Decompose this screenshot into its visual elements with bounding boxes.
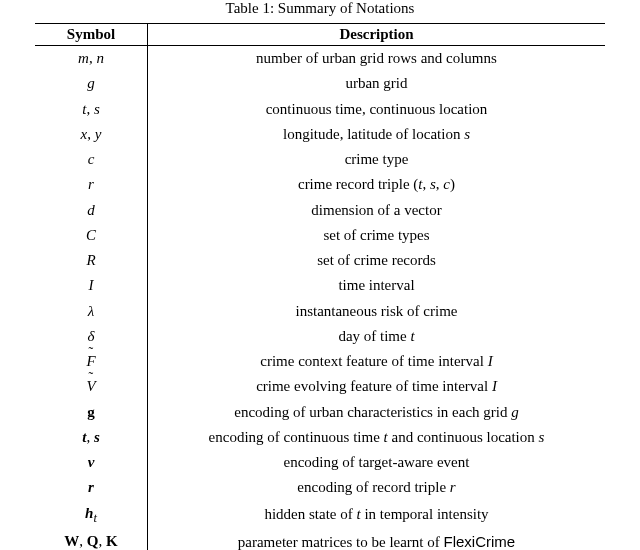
symbol-cell: r: [35, 475, 148, 500]
description-cell: set of crime records: [148, 248, 606, 273]
symbol-cell: g: [35, 400, 148, 425]
description-cell: day of time t: [148, 324, 606, 349]
table-row: W, Q, Kparameter matrices to be learnt o…: [35, 529, 605, 550]
description-cell: continuous time, continuous location: [148, 97, 606, 122]
table-row: ddimension of a vector: [35, 198, 605, 223]
description-cell: parameter matrices to be learnt of Flexi…: [148, 529, 606, 550]
description-cell: dimension of a vector: [148, 198, 606, 223]
table-row: Rset of crime records: [35, 248, 605, 273]
symbol-cell: g: [35, 71, 148, 96]
table-row: t, sencoding of continuous time t and co…: [35, 425, 605, 450]
table-row: δday of time t: [35, 324, 605, 349]
table-row: Itime interval: [35, 273, 605, 298]
table-row: ˜Vcrime evolving feature of time interva…: [35, 374, 605, 399]
table-row: λinstantaneous risk of crime: [35, 299, 605, 324]
table-row: m, nnumber of urban grid rows and column…: [35, 46, 605, 72]
table-row: gurban grid: [35, 71, 605, 96]
symbol-cell: λ: [35, 299, 148, 324]
symbol-cell: r: [35, 172, 148, 197]
description-cell: crime evolving feature of time interval …: [148, 374, 606, 399]
table-row: rencoding of record triple r: [35, 475, 605, 500]
description-cell: number of urban grid rows and columns: [148, 46, 606, 72]
table-header-row: Symbol Description: [35, 24, 605, 46]
table-row: gencoding of urban characteristics in ea…: [35, 400, 605, 425]
symbol-cell: c: [35, 147, 148, 172]
table-row: t, scontinuous time, continuous location: [35, 97, 605, 122]
symbol-cell: d: [35, 198, 148, 223]
description-cell: set of crime types: [148, 223, 606, 248]
description-cell: hidden state of t in temporal intensity: [148, 501, 606, 529]
symbol-cell: W, Q, K: [35, 529, 148, 550]
symbol-cell: m, n: [35, 46, 148, 72]
table-row: Cset of crime types: [35, 223, 605, 248]
description-cell: crime context feature of time interval I: [148, 349, 606, 374]
symbol-cell: R: [35, 248, 148, 273]
description-cell: instantaneous risk of crime: [148, 299, 606, 324]
notation-table: Symbol Description m, nnumber of urban g…: [35, 23, 605, 550]
symbol-cell: v: [35, 450, 148, 475]
description-cell: longitude, latitude of location s: [148, 122, 606, 147]
table-caption: Table 1: Summary of Notations: [0, 0, 640, 17]
symbol-cell: x, y: [35, 122, 148, 147]
symbol-cell: ˜V: [35, 374, 148, 399]
table-row: ccrime type: [35, 147, 605, 172]
description-cell: encoding of continuous time t and contin…: [148, 425, 606, 450]
description-cell: urban grid: [148, 71, 606, 96]
description-cell: crime record triple (t, s, c): [148, 172, 606, 197]
table-row: ˜Fcrime context feature of time interval…: [35, 349, 605, 374]
symbol-cell: I: [35, 273, 148, 298]
table-row: x, ylongitude, latitude of location s: [35, 122, 605, 147]
symbol-cell: t, s: [35, 97, 148, 122]
description-cell: encoding of urban characteristics in eac…: [148, 400, 606, 425]
header-description: Description: [148, 24, 606, 46]
table-row: rcrime record triple (t, s, c): [35, 172, 605, 197]
symbol-cell: t, s: [35, 425, 148, 450]
symbol-cell: C: [35, 223, 148, 248]
table-row: hthidden state of t in temporal intensit…: [35, 501, 605, 529]
description-cell: time interval: [148, 273, 606, 298]
table-row: vencoding of target-aware event: [35, 450, 605, 475]
header-symbol: Symbol: [35, 24, 148, 46]
description-cell: encoding of record triple r: [148, 475, 606, 500]
symbol-cell: ht: [35, 501, 148, 529]
description-cell: encoding of target-aware event: [148, 450, 606, 475]
description-cell: crime type: [148, 147, 606, 172]
